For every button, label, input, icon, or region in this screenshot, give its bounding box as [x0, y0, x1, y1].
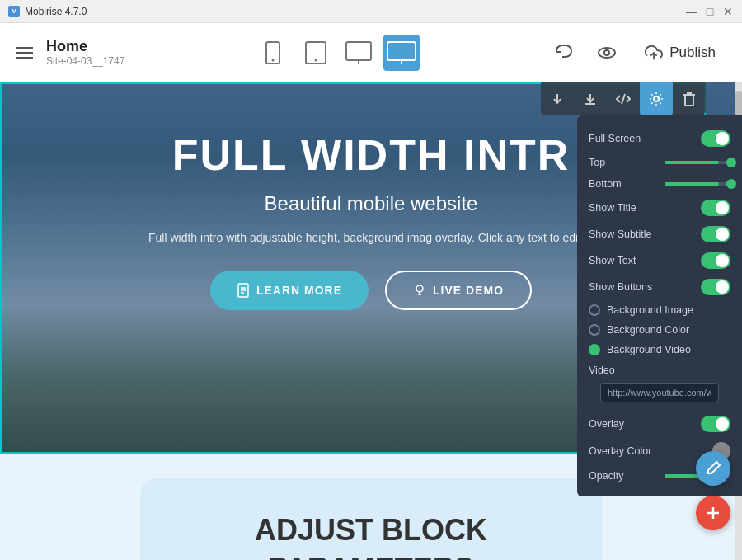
code-editor-button[interactable]	[607, 82, 640, 115]
fullscreen-toggle[interactable]	[701, 130, 730, 147]
publish-button[interactable]: Publish	[635, 39, 726, 67]
hamburger-menu[interactable]	[16, 47, 33, 59]
svg-point-3	[314, 59, 317, 61]
bulb-icon	[413, 284, 426, 297]
undo-icon	[554, 43, 574, 63]
bg-image-label: Background Image	[607, 304, 693, 316]
close-button[interactable]: ✕	[722, 6, 734, 17]
desktop-small-icon	[345, 41, 372, 64]
learn-more-button[interactable]: LEARN MORE	[210, 271, 369, 310]
delete-button[interactable]	[673, 82, 706, 115]
hero-text[interactable]: Full width intro with adjustable height,…	[148, 228, 594, 247]
overlay-label: Overlay	[589, 418, 624, 430]
hero-title[interactable]: FULL WIDTH INTR	[172, 132, 571, 179]
pencil-icon	[705, 460, 721, 477]
overlay-toggle[interactable]	[701, 416, 730, 432]
trash-icon	[683, 92, 696, 106]
export-button[interactable]	[574, 82, 607, 115]
fullscreen-toggle-knob	[716, 132, 729, 145]
show-buttons-toggle[interactable]	[701, 279, 730, 295]
header-right: Publish	[549, 38, 726, 68]
device-selector[interactable]	[255, 35, 420, 71]
show-subtitle-row: Show Subtitle	[577, 221, 742, 247]
show-title-toggle[interactable]	[701, 200, 730, 216]
eye-icon	[597, 43, 617, 63]
desktop-icon	[387, 41, 416, 64]
show-subtitle-toggle-knob	[716, 228, 729, 241]
settings-button[interactable]	[640, 82, 673, 115]
top-row: Top	[577, 152, 742, 173]
bottom-slider-thumb[interactable]	[726, 179, 736, 189]
device-mobile-button[interactable]	[255, 35, 291, 71]
tablet-icon	[305, 41, 326, 64]
hero-subtitle[interactable]: Beautiful mobile website	[265, 192, 478, 215]
bg-video-label: Background Video	[607, 344, 691, 355]
show-text-toggle-knob	[716, 254, 729, 267]
site-info: Home Site-04-03__1747	[46, 38, 124, 67]
bg-video-row[interactable]: Background Video	[577, 340, 742, 360]
top-slider[interactable]	[665, 161, 730, 164]
fullscreen-label: Full Screen	[589, 133, 641, 144]
move-down-button[interactable]	[541, 82, 574, 115]
overlay-color-label: Overlay Color	[589, 445, 651, 457]
bottom-slider[interactable]	[665, 182, 730, 186]
opacity-label: Opacity	[589, 470, 623, 482]
bg-color-row[interactable]: Background Color	[577, 320, 742, 340]
show-subtitle-toggle[interactable]	[701, 226, 730, 242]
show-title-row: Show Title	[577, 195, 742, 221]
download-icon	[584, 92, 597, 106]
bg-image-row[interactable]: Background Image	[577, 300, 742, 320]
device-tablet-button[interactable]	[298, 35, 334, 71]
minimize-button[interactable]: —	[686, 6, 697, 17]
bg-video-radio[interactable]	[589, 344, 600, 355]
adjust-title-line1: ADJUST BLOCK	[255, 513, 487, 547]
device-desktop-small-button[interactable]	[340, 35, 377, 71]
bg-color-label: Background Color	[607, 324, 689, 336]
show-buttons-label: Show Buttons	[589, 281, 652, 293]
document-icon	[237, 283, 250, 298]
hero-buttons: LEARN MORE LIVE DEMO	[210, 271, 532, 310]
maximize-button[interactable]: □	[704, 6, 716, 17]
title-bar-left: M Mobirise 4.7.0	[8, 6, 87, 17]
app-name: Mobirise 4.7.0	[25, 6, 87, 17]
site-name: Home	[46, 38, 124, 55]
settings-panel: Full Screen Top Bottom Show Title	[577, 115, 742, 496]
code-icon	[616, 92, 631, 106]
device-desktop-button[interactable]	[383, 35, 420, 71]
adjust-title: ADJUST BLOCK PARAMETERS	[157, 511, 585, 560]
app-header: Home Site-04-03__1747	[0, 23, 742, 82]
title-bar: M Mobirise 4.7.0 — □ ✕	[0, 0, 742, 23]
top-slider-thumb[interactable]	[726, 158, 736, 167]
video-label: Video	[589, 365, 615, 376]
svg-point-11	[604, 50, 609, 55]
svg-point-22	[416, 285, 423, 292]
show-text-toggle[interactable]	[701, 252, 730, 269]
adjust-title-line2: PARAMETERS	[268, 552, 473, 560]
adjust-section: ADJUST BLOCK PARAMETERS	[140, 478, 602, 560]
publish-label: Publish	[669, 45, 716, 61]
preview-button[interactable]	[592, 38, 622, 68]
live-demo-button[interactable]: LIVE DEMO	[385, 271, 532, 310]
svg-rect-7	[387, 42, 416, 60]
add-block-fab-button[interactable]	[696, 496, 730, 530]
svg-point-10	[599, 48, 615, 58]
app-icon: M	[8, 6, 20, 17]
header-left: Home Site-04-03__1747	[16, 38, 124, 67]
window-controls[interactable]: — □ ✕	[686, 6, 734, 17]
svg-point-17	[654, 96, 659, 101]
video-section: Video	[577, 360, 742, 411]
site-id: Site-04-03__1747	[46, 55, 124, 67]
show-subtitle-label: Show Subtitle	[589, 228, 651, 240]
svg-rect-4	[346, 42, 371, 60]
bg-image-radio[interactable]	[589, 304, 600, 316]
bg-color-radio[interactable]	[589, 324, 600, 336]
video-url-input[interactable]	[600, 383, 719, 402]
edit-fab-button[interactable]	[696, 451, 730, 486]
show-text-label: Show Text	[589, 255, 636, 266]
upload-cloud-icon	[645, 44, 663, 62]
undo-button[interactable]	[549, 38, 579, 68]
main-area: FULL WIDTH INTR Beautiful mobile website…	[0, 82, 742, 560]
overlay-row: Overlay	[577, 411, 742, 437]
show-text-row: Show Text	[577, 247, 742, 274]
mobile-icon	[265, 41, 281, 64]
